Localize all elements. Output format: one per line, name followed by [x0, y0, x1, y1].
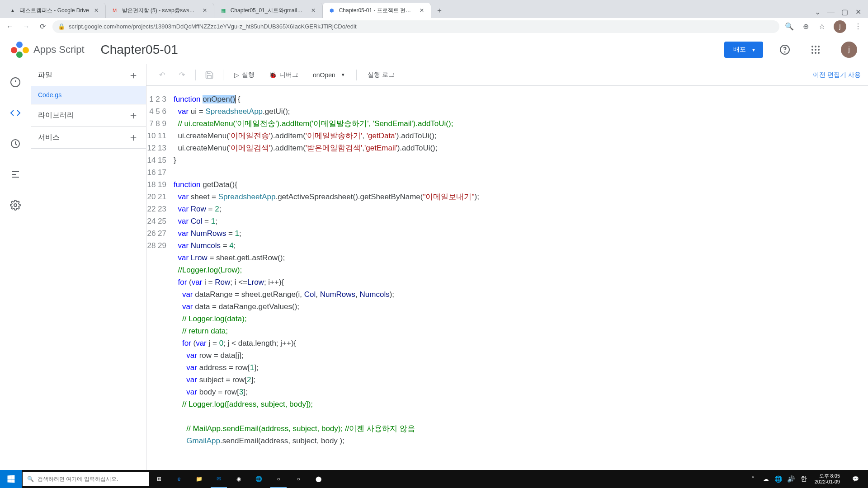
browser-tab-0[interactable]: ▲ 패스트캠퍼스 - Google Drive ✕ — [4, 3, 106, 18]
taskbar-edge[interactable]: 🌐 — [249, 470, 269, 488]
chevron-down-icon: ▼ — [341, 72, 345, 77]
profile-badge[interactable]: j — [834, 20, 846, 33]
legacy-editor-link[interactable]: 이전 편집기 사용 — [813, 71, 861, 79]
help-icon[interactable] — [776, 41, 794, 59]
taskbar-obs[interactable]: ⬤ — [308, 470, 328, 488]
drive-icon: ▲ — [9, 7, 16, 14]
address-bar: ← → ⟳ 🔒 script.google.com/home/projects/… — [0, 18, 868, 35]
add-file-button[interactable]: ＋ — [128, 68, 139, 82]
rail-overview[interactable] — [6, 73, 24, 91]
tab-title: Chapter05-01 - 프로젝트 편집기 — [339, 7, 415, 14]
browser-tab-2[interactable]: ▦ Chapter05_01_시트와gmail연결 ✕ — [214, 3, 323, 18]
rail-triggers[interactable] — [6, 135, 24, 153]
taskbar-clock[interactable]: 오후 8:05 2022-01-09 — [812, 473, 843, 485]
back-button[interactable]: ← — [4, 20, 16, 33]
taskbar-ie[interactable]: e — [169, 470, 189, 488]
clock-time: 오후 8:05 — [815, 473, 840, 479]
star-icon[interactable]: ☆ — [816, 20, 828, 33]
debug-button[interactable]: 🐞 디버그 — [264, 67, 304, 83]
start-button[interactable] — [0, 470, 22, 488]
function-select[interactable]: onOpen ▼ — [307, 67, 351, 83]
account-avatar[interactable]: j — [841, 42, 857, 58]
code-editor[interactable]: 1 2 3 4 5 6 7 8 9 10 11 12 13 14 15 16 1… — [146, 86, 868, 470]
forward-button[interactable]: → — [20, 20, 33, 33]
close-icon[interactable]: ✕ — [310, 7, 317, 14]
search-placeholder: 검색하려면 여기에 입력하십시오. — [38, 475, 118, 483]
taskbar-chrome-1[interactable]: ○ — [269, 470, 288, 488]
product-name: Apps Script — [33, 44, 85, 56]
execution-log-button[interactable]: 실행 로그 — [362, 67, 400, 83]
add-library-button[interactable]: ＋ — [128, 108, 139, 122]
services-label: 서비스 — [38, 133, 60, 142]
project-title[interactable]: Chapter05-01 — [101, 42, 178, 57]
clock-date: 2022-01-09 — [815, 479, 840, 485]
chevron-down-icon[interactable]: ⌄ — [811, 5, 824, 18]
bug-icon: 🐞 — [269, 71, 277, 79]
editor-area: ↶ ↷ ▷ 실행 🐞 디버그 onOpen ▼ 실행 로그 — [146, 64, 868, 470]
tray-ime-icon[interactable]: 한 — [799, 474, 808, 483]
zoom-icon[interactable]: 🔍 — [783, 20, 796, 33]
deploy-button[interactable]: 배포 ▼ — [724, 42, 763, 58]
tray-onedrive-icon[interactable]: ☁ — [761, 474, 770, 483]
task-view-button[interactable]: ⊞ — [149, 470, 169, 488]
search-icon: 🔍 — [27, 476, 34, 482]
redo-button[interactable]: ↷ — [174, 67, 190, 83]
undo-button[interactable]: ↶ — [154, 67, 170, 83]
rail-settings[interactable] — [6, 196, 24, 214]
tab-title: 패스트캠퍼스 - Google Drive — [20, 7, 89, 14]
url-input[interactable]: 🔒 script.google.com/home/projects/13903m… — [52, 20, 779, 33]
file-panel: 파일 ＋ Code.gs 라이브러리 ＋ 서비스 ＋ — [31, 64, 146, 470]
function-selected: onOpen — [313, 71, 335, 79]
play-icon: ▷ — [234, 71, 239, 79]
files-header: 파일 ＋ — [31, 64, 146, 86]
file-item-code[interactable]: Code.gs — [31, 86, 146, 104]
taskbar-search[interactable]: 🔍 검색하려면 여기에 입력하십시오. — [23, 472, 149, 486]
close-icon[interactable]: ✕ — [418, 7, 425, 14]
windows-taskbar: 🔍 검색하려면 여기에 입력하십시오. ⊞ e 📁 ✉ ◉ 🌐 ○ ○ ⬤ ˄ … — [0, 470, 868, 488]
taskbar-app1[interactable]: ◉ — [229, 470, 249, 488]
apps-script-header: Apps Script Chapter05-01 배포 ▼ j — [0, 35, 868, 64]
svg-point-1 — [785, 52, 785, 52]
appsscript-icon: ⬢ — [328, 7, 335, 14]
new-tab-button[interactable]: ＋ — [433, 4, 446, 17]
rail-editor[interactable] — [6, 104, 24, 122]
rail-executions[interactable] — [6, 165, 24, 183]
apps-grid-icon[interactable] — [807, 41, 825, 59]
file-name: Code.gs — [38, 91, 61, 99]
taskbar-explorer[interactable]: 📁 — [189, 470, 209, 488]
services-header: 서비스 ＋ — [31, 127, 146, 148]
close-icon[interactable]: ✕ — [201, 7, 208, 14]
code-content[interactable]: function onOpen() { var ui = Spreadsheet… — [174, 93, 868, 470]
apps-script-logo[interactable]: Apps Script — [11, 41, 85, 59]
browser-tab-3[interactable]: ⬢ Chapter05-01 - 프로젝트 편집기 ✕ — [323, 3, 431, 18]
menu-icon[interactable]: ⋮ — [852, 20, 864, 33]
apps-script-body: 파일 ＋ Code.gs 라이브러리 ＋ 서비스 ＋ ↶ ↷ — [0, 64, 868, 470]
tab-title: Chapter05_01_시트와gmail연결 — [231, 7, 306, 14]
taskbar-chrome-2[interactable]: ○ — [288, 470, 308, 488]
left-rail — [0, 64, 31, 470]
sheets-icon: ▦ — [220, 7, 227, 14]
log-label: 실행 로그 — [368, 71, 395, 79]
close-window-button[interactable]: ✕ — [852, 5, 864, 18]
add-service-button[interactable]: ＋ — [128, 130, 139, 145]
files-label: 파일 — [38, 70, 52, 80]
notification-center-icon[interactable]: 💬 — [846, 470, 864, 488]
close-icon[interactable]: ✕ — [93, 7, 100, 14]
install-icon[interactable]: ⊕ — [799, 20, 812, 33]
run-label: 실행 — [242, 71, 255, 79]
system-tray: ˄ ☁ 🌐 🔊 한 오후 8:05 2022-01-09 💬 — [745, 470, 868, 488]
maximize-button[interactable]: ▢ — [838, 5, 851, 18]
url-text: script.google.com/home/projects/13903mDd… — [69, 23, 774, 30]
minimize-button[interactable]: — — [825, 5, 837, 18]
tray-network-icon[interactable]: 🌐 — [774, 474, 783, 483]
lock-icon: 🔒 — [58, 23, 65, 30]
reload-button[interactable]: ⟳ — [36, 20, 49, 33]
tray-volume-icon[interactable]: 🔊 — [787, 474, 796, 483]
tab-title: 받은편지함 (5) - swsp@swsp.or — [122, 7, 198, 14]
browser-tab-1[interactable]: M 받은편지함 (5) - swsp@swsp.or ✕ — [106, 3, 214, 18]
run-button[interactable]: ▷ 실행 — [229, 67, 260, 83]
line-gutter: 1 2 3 4 5 6 7 8 9 10 11 12 13 14 15 16 1… — [146, 93, 174, 470]
taskbar-mail[interactable]: ✉ — [209, 470, 229, 488]
tray-expand-icon[interactable]: ˄ — [749, 474, 758, 483]
save-button[interactable] — [201, 67, 217, 83]
